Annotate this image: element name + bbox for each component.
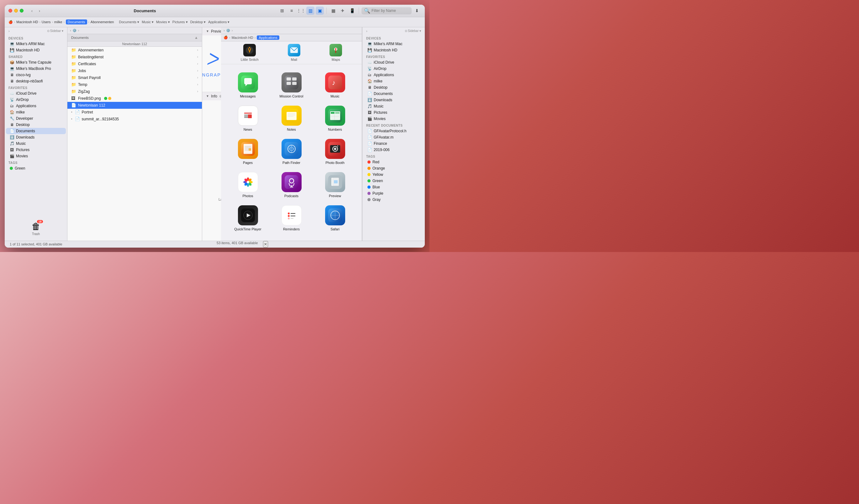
- sidebar-right-item-pictures[interactable]: 🖼 Pictures: [364, 109, 424, 116]
- sidebar-right-item-tag-purple[interactable]: Purple: [364, 190, 424, 197]
- sidebar-item-milke[interactable]: 🏠 milke: [6, 109, 66, 115]
- app-item-podcasts[interactable]: Podcasts: [270, 169, 313, 202]
- sidebar-right-arrow[interactable]: ›: [366, 29, 371, 33]
- action-btn[interactable]: ✈: [338, 6, 347, 15]
- file-item-jobs[interactable]: 📁 Jobs ›: [67, 67, 202, 74]
- search-input[interactable]: [372, 9, 409, 13]
- path-apple[interactable]: 🍎: [9, 20, 13, 24]
- file-item-smart-payroll[interactable]: 📁 Smart Payroll ›: [67, 74, 202, 81]
- sidebar-right-item-documents[interactable]: 📄 Documents: [364, 91, 424, 97]
- sidebar-item-movies[interactable]: 🎬 Movies: [6, 153, 66, 159]
- path-macintosh-r[interactable]: Macintosh HD: [232, 36, 253, 40]
- dual-view-btn[interactable]: ▣: [316, 6, 324, 15]
- path-dropdown-applications[interactable]: Applications ▾: [208, 20, 229, 24]
- share-btn[interactable]: ▦: [329, 6, 337, 15]
- app-item-preview[interactable]: Preview: [313, 169, 357, 202]
- sidebar-right-item-tag-red[interactable]: Red: [364, 159, 424, 165]
- app-item-quicktime[interactable]: QuickTime Player: [226, 202, 270, 235]
- app-item-reminders[interactable]: Reminders: [270, 202, 313, 235]
- sidebar-item-downloads[interactable]: ⬇️ Downloads: [6, 134, 66, 140]
- file-item-summit[interactable]: • 📄 summit_ar...92184535: [67, 116, 202, 123]
- sidebar-right-item-tag-green[interactable]: Green: [364, 178, 424, 184]
- sidebar-right-item-tag-yellow[interactable]: Yellow: [364, 171, 424, 178]
- app-top-maps[interactable]: Maps: [330, 44, 342, 61]
- sidebar-right-item-tag-orange[interactable]: Orange: [364, 165, 424, 171]
- sidebar-right-item-finance[interactable]: 📄 Finance: [364, 140, 424, 147]
- sidebar-right-item-milke[interactable]: 🏠 milke: [364, 78, 424, 84]
- sidebar-item-desktop[interactable]: 🖥 Desktop: [6, 122, 66, 128]
- sidebar-item-music[interactable]: 🎵 Music: [6, 140, 66, 147]
- sidebar-right-item-icloud[interactable]: ☁️ iCloud Drive: [364, 59, 424, 65]
- path-macintosh[interactable]: Macintosh HD: [16, 20, 38, 24]
- sidebar-item-pictures[interactable]: 🖼 Pictures: [6, 147, 66, 153]
- quick-look-btn[interactable]: 📱: [348, 6, 356, 15]
- app-item-safari[interactable]: Safari: [313, 202, 357, 235]
- sidebar-right-toggle[interactable]: ⊙ Sidebar ▾: [405, 29, 421, 33]
- search-bar[interactable]: 🔍: [361, 7, 412, 14]
- path-abonnementen[interactable]: Abonnementen: [91, 20, 114, 24]
- path-users[interactable]: Users: [42, 20, 51, 24]
- app-item-pages[interactable]: Pages: [226, 136, 270, 169]
- sidebar-item-desktop-nb[interactable]: 🖥 desktop-nb3aofi: [6, 78, 66, 84]
- file-item-zigzag[interactable]: 📁 ZigZag ›: [67, 88, 202, 95]
- app-top-mail[interactable]: Mail: [288, 44, 300, 61]
- sidebar-collapse-icon[interactable]: ›: [9, 29, 14, 33]
- sidebar-item-macbook-pro[interactable]: 💻 Milke's MacBook Pro: [6, 65, 66, 72]
- app-item-path-finder[interactable]: Path Finder: [270, 136, 313, 169]
- sidebar-right-item-arm-mac[interactable]: 💻 Milke's ARM Mac: [364, 41, 424, 47]
- sidebar-right-item-downloads[interactable]: ⬇️ Downloads: [364, 97, 424, 103]
- file-item-certficates[interactable]: 📁 Certficates ›: [67, 61, 202, 67]
- app-item-mission-control[interactable]: Mission Control: [270, 69, 313, 103]
- icon-view-btn[interactable]: ⊞: [278, 6, 286, 15]
- app-item-notes[interactable]: Notes: [270, 103, 313, 136]
- sidebar-right-item-applications[interactable]: 🗂 Applications: [364, 72, 424, 78]
- close-button[interactable]: [9, 9, 12, 13]
- file-item-newtonlaan[interactable]: 📄 Newtonlaan 112: [67, 102, 202, 109]
- sidebar-item-documents[interactable]: 📄 Documents: [6, 128, 66, 134]
- sidebar-item-macintosh-hd[interactable]: 💾 Macintosh HD: [6, 47, 66, 53]
- sidebar-item-cisco[interactable]: 🖥 cisco-lvg: [6, 72, 66, 78]
- info-section-header[interactable]: ▼ Info ⊕: [202, 92, 221, 100]
- sidebar-right-item-music[interactable]: 🎵 Music: [364, 103, 424, 109]
- sidebar-toggle[interactable]: ⊙ Sidebar ▾: [47, 29, 63, 33]
- file-item-belastingdienst[interactable]: 📁 Belastingdienst ›: [67, 54, 202, 61]
- app-item-photo-booth[interactable]: Photo Booth: [313, 136, 357, 169]
- path-milke[interactable]: milke: [54, 20, 62, 24]
- path-dropdown-desktop[interactable]: Desktop ▾: [190, 20, 206, 24]
- app-item-messages[interactable]: Messages: [226, 69, 270, 103]
- sidebar-right-item-desktop[interactable]: 🖥 Desktop: [364, 84, 424, 91]
- sidebar-right-item-gfavatarprotocol[interactable]: 📄 GFAvatarProtocol.h: [364, 128, 424, 134]
- path-dropdown-docs[interactable]: Documents ▾: [119, 20, 139, 24]
- file-item-freebsd[interactable]: 🖼 FreeBSD.png: [67, 95, 202, 102]
- path-dropdown-movies[interactable]: Movies ▾: [156, 20, 170, 24]
- sidebar-item-applications[interactable]: 🗂 Applications: [6, 103, 66, 109]
- sidebar-right-item-airdrop[interactable]: 📡 AirDrop: [364, 65, 424, 72]
- sidebar-item-airdrop[interactable]: 📡 AirDrop: [6, 96, 66, 103]
- file-item-abonnementen[interactable]: 📁 Abonnementen ›: [67, 47, 202, 54]
- file-item-temp[interactable]: 📁 Temp ›: [67, 81, 202, 88]
- download-arrow-btn[interactable]: ⬇: [413, 6, 421, 15]
- sidebar-item-icloud[interactable]: ☁️ iCloud Drive: [6, 90, 66, 96]
- sidebar-right-item-tag-gray[interactable]: Gray: [364, 197, 424, 203]
- gallery-view-btn[interactable]: ▥: [306, 6, 314, 15]
- sidebar-item-developer[interactable]: 🔧 Developer: [6, 115, 66, 122]
- column-view-btn[interactable]: ⋮⋮: [297, 6, 305, 15]
- app-item-news[interactable]: News: [226, 103, 270, 136]
- sidebar-item-tag-green[interactable]: Green: [6, 165, 66, 171]
- sidebar-item-time-capsule[interactable]: 📦 Milke's Time Capsule: [6, 59, 66, 65]
- path-apple-r[interactable]: 🍎: [224, 35, 228, 40]
- sidebar-right-item-gfavatar[interactable]: 📄 GFAvatar.m: [364, 134, 424, 140]
- trash-button[interactable]: 🗑 18 Trash: [32, 221, 41, 236]
- path-dropdown-music[interactable]: Music ▾: [142, 20, 154, 24]
- sidebar-right-item-hd[interactable]: 💾 Macintosh HD: [364, 47, 424, 53]
- app-top-little-snitch[interactable]: Little Snitch: [241, 44, 259, 61]
- app-item-music[interactable]: ♪ Music: [313, 69, 357, 103]
- panel-collapse-icon[interactable]: ▲: [194, 35, 198, 40]
- sidebar-right-item-2019[interactable]: 📄 2019-006: [364, 147, 424, 153]
- status-close-button[interactable]: ✕: [263, 241, 268, 247]
- path-applications-r[interactable]: Applications: [257, 35, 279, 40]
- app-item-photos[interactable]: Photos: [226, 169, 270, 202]
- sidebar-right-item-movies[interactable]: 🎬 Movies: [364, 116, 424, 122]
- path-documents[interactable]: Documents: [66, 19, 87, 25]
- app-item-numbers[interactable]: Numbers: [313, 103, 357, 136]
